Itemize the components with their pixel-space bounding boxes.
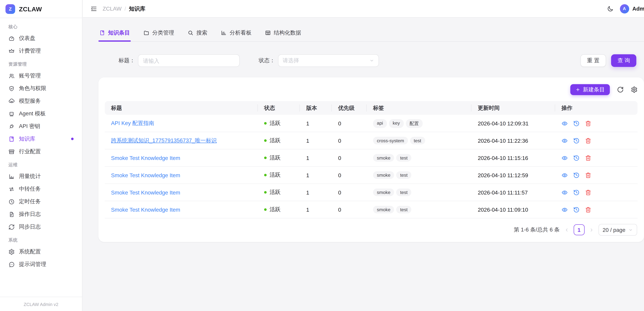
column-header: 更新时间: [472, 101, 555, 115]
delete-icon: [585, 172, 591, 178]
refresh-button[interactable]: [617, 86, 624, 93]
tag: cross-system: [373, 137, 408, 144]
delete-button[interactable]: [585, 155, 591, 161]
history-button[interactable]: [573, 206, 580, 213]
status-dot-icon: [264, 122, 267, 125]
new-item-button[interactable]: 新建条目: [570, 84, 610, 95]
sidebar-collapse-button[interactable]: [90, 5, 97, 12]
view-button[interactable]: [562, 172, 568, 178]
sidebar-item-model-service[interactable]: 模型服务: [4, 95, 78, 107]
query-button[interactable]: 查 询: [611, 54, 636, 67]
tab-search[interactable]: 搜索: [187, 27, 208, 41]
history-icon: [573, 172, 580, 178]
tab-category-management[interactable]: 分类管理: [142, 27, 175, 41]
status-dot-icon: [264, 157, 267, 159]
row-title-link[interactable]: 跨系统测试知识_1775791356737_唯一标识: [111, 137, 217, 143]
sidebar-item-dashboard[interactable]: 仪表盘: [4, 32, 78, 45]
updated-time-cell: 2026-04-10 11:11:57: [472, 184, 555, 201]
sidebar-item-prompt-management[interactable]: 提示词管理: [4, 258, 78, 271]
priority-cell: 0: [332, 201, 367, 218]
priority-cell: 0: [332, 149, 367, 167]
sidebar-item-operation-logs[interactable]: 操作日志: [4, 208, 78, 220]
status-dot-icon: [264, 191, 267, 194]
delete-icon: [585, 206, 591, 213]
view-button[interactable]: [562, 155, 568, 161]
breadcrumb-root[interactable]: ZCLAW: [103, 6, 122, 12]
sidebar-item-label: 同步日志: [19, 223, 41, 231]
tag: test: [396, 189, 412, 196]
sidebar-item-usage-stats[interactable]: 用量统计: [4, 170, 78, 183]
sidebar-item-system-config[interactable]: 系统配置: [4, 245, 78, 258]
updated-time-cell: 2026-04-10 11:09:10: [472, 201, 555, 218]
row-title-link[interactable]: Smoke Test Knowledge Item: [111, 155, 180, 161]
chevron-left-icon[interactable]: [564, 227, 569, 232]
filter-bar: 标题： 状态： 请选择 重 置 查 询: [98, 54, 644, 67]
history-button[interactable]: [573, 137, 580, 144]
chevron-right-icon[interactable]: [589, 227, 594, 232]
page-size-select[interactable]: 20 / page: [598, 224, 637, 236]
sidebar-item-agent-templates[interactable]: Agent 模板: [4, 107, 78, 120]
sidebar-item-knowledge-base[interactable]: 知识库: [4, 133, 78, 145]
filter-buttons: 重 置 查 询: [580, 54, 636, 67]
status-filter-select[interactable]: 请选择: [278, 54, 379, 67]
row-title-link[interactable]: Smoke Test Knowledge Item: [111, 206, 180, 213]
tab-bar: 知识条目分类管理搜索分析看板结构化数据: [98, 27, 644, 42]
chevron-right-icon: [589, 227, 594, 232]
view-button[interactable]: [562, 120, 568, 126]
tab-label: 分类管理: [152, 29, 174, 37]
sidebar-item-label: 操作日志: [19, 210, 41, 218]
message-icon: [8, 261, 15, 267]
view-button[interactable]: [562, 189, 568, 195]
user-menu[interactable]: A Admin: [620, 4, 644, 13]
delete-button[interactable]: [585, 189, 591, 195]
row-title-link[interactable]: Smoke Test Knowledge Item: [111, 189, 180, 195]
table-card: 新建条目 标题状态版本优先级标签更新时间操作 API Key 配置指南活跃10a…: [98, 78, 644, 242]
sidebar-item-label: Agent 模板: [19, 110, 46, 117]
sidebar-item-industry-config[interactable]: 行业配置: [4, 145, 78, 158]
book-icon: [99, 30, 105, 36]
sidebar-section-label: 核心: [4, 20, 78, 32]
sidebar-item-label: 系统配置: [19, 248, 41, 255]
sidebar-item-label: 中转任务: [19, 185, 41, 193]
view-button[interactable]: [562, 137, 568, 144]
history-button[interactable]: [573, 172, 580, 178]
delete-button[interactable]: [585, 137, 591, 144]
delete-button[interactable]: [585, 206, 591, 213]
tab-knowledge-items[interactable]: 知识条目: [98, 27, 131, 41]
history-button[interactable]: [573, 155, 580, 161]
table-row: Smoke Test Knowledge Item活跃10smoketest20…: [105, 149, 638, 167]
delete-button[interactable]: [585, 172, 591, 178]
row-title-link[interactable]: Smoke Test Knowledge Item: [111, 172, 180, 178]
brand: Z ZCLAW: [0, 0, 82, 18]
dark-mode-toggle[interactable]: [607, 5, 613, 12]
view-button[interactable]: [562, 206, 568, 213]
history-button[interactable]: [573, 189, 580, 195]
sidebar-item-sync-logs[interactable]: 同步日志: [4, 220, 78, 233]
sidebar-item-billing[interactable]: 计费管理: [4, 45, 78, 57]
chart-bars-icon: [8, 173, 15, 180]
sidebar-item-scheduled-tasks[interactable]: 定时任务: [4, 195, 78, 208]
plus-icon: [575, 87, 580, 92]
title-filter-input[interactable]: [138, 54, 240, 67]
tab-structured-data[interactable]: 结构化数据: [264, 27, 302, 41]
row-actions: [562, 137, 631, 144]
sidebar-item-relay-tasks[interactable]: 中转任务: [4, 183, 78, 195]
delete-icon: [585, 189, 591, 195]
table-row: 跨系统测试知识_1775791356737_唯一标识活跃10cross-syst…: [105, 132, 638, 149]
reset-button[interactable]: 重 置: [580, 54, 606, 67]
delete-button[interactable]: [585, 120, 591, 126]
sidebar-item-api-keys[interactable]: API 密钥: [4, 120, 78, 133]
title-filter-label: 标题：: [118, 57, 135, 65]
row-title-link[interactable]: API Key 配置指南: [111, 120, 154, 126]
sidebar-item-roles-permissions[interactable]: 角色与权限: [4, 82, 78, 95]
page-number-button[interactable]: 1: [574, 224, 584, 235]
chevron-left-icon: [564, 227, 569, 232]
tag: key: [389, 119, 404, 128]
updated-time-cell: 2026-04-10 11:22:36: [472, 132, 555, 149]
history-button[interactable]: [573, 120, 580, 126]
table-toolbar: 新建条目: [105, 84, 638, 95]
tab-analytics-board[interactable]: 分析看板: [220, 27, 252, 41]
user-name: Admin: [632, 6, 644, 12]
table-settings-button[interactable]: [631, 86, 638, 93]
sidebar-item-accounts[interactable]: 账号管理: [4, 70, 78, 82]
